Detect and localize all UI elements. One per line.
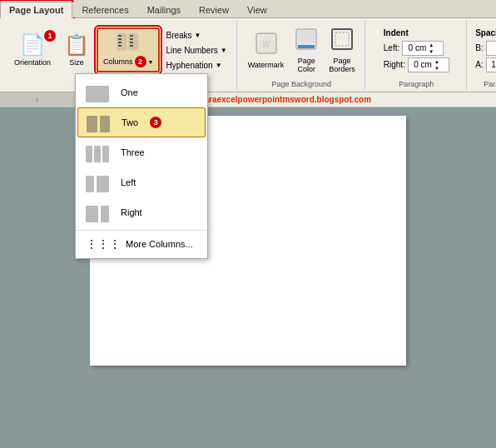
menu-item-two-label: Two	[122, 117, 138, 127]
line-numbers-button[interactable]: Line Numbers ▼	[161, 43, 231, 57]
svg-rect-3	[118, 38, 122, 40]
svg-rect-14	[298, 45, 315, 48]
menu-item-three[interactable]: Three	[76, 137, 207, 167]
orientation-label: Orientation	[14, 58, 51, 67]
paragraph-items: Indent Left: ▲ ▼ Right:	[384, 22, 449, 78]
spacing-heading: Spaci...	[475, 28, 496, 37]
size-button[interactable]: 📋 Size	[58, 29, 95, 71]
menu-item-left[interactable]: Left	[76, 167, 207, 197]
page-borders-label: PageBorders	[329, 57, 355, 73]
indent-group: Indent Left: ▲ ▼ Right:	[384, 28, 449, 72]
orientation-button[interactable]: 1 📄 Orientation	[8, 29, 57, 71]
indent-left-up[interactable]: ▲	[428, 42, 434, 48]
watermark-button[interactable]: W Watermark	[244, 28, 289, 72]
page-color-button[interactable]: PageColor	[290, 24, 323, 76]
menu-item-right-label: Right	[121, 207, 142, 217]
menu-item-one[interactable]: One	[76, 77, 207, 107]
indent-heading: Indent	[384, 28, 449, 37]
svg-text:W: W	[262, 40, 271, 49]
menu-item-one-label: One	[121, 87, 138, 97]
svg-rect-9	[130, 45, 133, 47]
page-background-items: W Watermark PageColor	[244, 22, 360, 78]
more-columns-label: More Columns...	[126, 239, 193, 249]
indent-left-down[interactable]: ▼	[428, 48, 434, 55]
menu-item-right[interactable]: Right	[76, 197, 207, 227]
one-column-icon	[86, 82, 112, 102]
hyphenation-button[interactable]: Hyphenation ▼	[161, 58, 231, 72]
spacing-before-label: B:	[475, 43, 483, 52]
columns-button[interactable]: Columns 2 ▼	[97, 27, 160, 72]
svg-rect-16	[335, 32, 349, 46]
hyphenation-arrow: ▼	[216, 62, 222, 69]
tab-bar: Page Layout References Mailings Review V…	[0, 0, 496, 18]
indent-right-up[interactable]: ▲	[434, 58, 440, 65]
more-columns-button[interactable]: ⋮⋮⋮ More Columns...	[76, 233, 207, 255]
columns-icon	[117, 32, 140, 54]
breaks-label: Breaks	[166, 31, 191, 40]
two-column-icon	[87, 112, 113, 132]
svg-rect-13	[298, 31, 315, 42]
indent-left-arrows[interactable]: ▲ ▼	[428, 42, 434, 55]
line-numbers-label: Line Numbers	[166, 46, 217, 55]
spacing-after-spin[interactable]: ▲ ▼	[486, 57, 496, 72]
ruler-left: · 1 ·	[0, 92, 75, 107]
svg-rect-8	[130, 42, 133, 43]
ribbon-group-paragraph: Indent Left: ▲ ▼ Right:	[367, 20, 467, 90]
indent-left-row: Left: ▲ ▼	[384, 41, 449, 56]
indent-right-input[interactable]	[409, 59, 434, 70]
indent-left-label: Left:	[384, 43, 399, 52]
ribbon-group-spacing: Spaci... B: ▲ ▼ A:	[469, 20, 496, 90]
svg-rect-7	[130, 38, 133, 40]
svg-rect-4	[118, 42, 122, 43]
tab-view[interactable]: View	[238, 2, 276, 17]
indent-left-input[interactable]	[403, 42, 428, 53]
spacing-group: Spaci... B: ▲ ▼ A:	[475, 28, 496, 72]
menu-item-three-label: Three	[121, 147, 145, 157]
right-column-icon	[86, 202, 112, 222]
page-borders-icon	[330, 27, 355, 57]
ribbon-group-page-background: W Watermark PageColor	[239, 20, 365, 90]
page-color-icon	[294, 27, 319, 57]
tab-review[interactable]: Review	[190, 2, 238, 17]
spacing-after-label: A:	[475, 60, 483, 69]
spacing-before-spin[interactable]: ▲ ▼	[486, 41, 496, 56]
tab-references[interactable]: References	[72, 2, 137, 17]
watermark-icon: W	[254, 31, 279, 61]
page-background-label: Page Background	[271, 78, 331, 88]
page-setup-items: 1 📄 Orientation 📋 Size	[8, 22, 231, 78]
size-label: Size	[69, 58, 84, 67]
orientation-icon: 📄	[20, 33, 45, 57]
svg-rect-5	[118, 45, 122, 47]
watermark-label: Watermark	[248, 61, 285, 69]
indent-right-row: Right: ▲ ▼	[384, 57, 449, 72]
breaks-arrow: ▼	[195, 32, 201, 39]
columns-label: Columns 2 ▼	[103, 56, 153, 67]
breaks-button[interactable]: Breaks ▼	[161, 28, 231, 42]
hyphenation-label: Hyphenation	[166, 61, 212, 70]
left-column-icon	[86, 172, 112, 192]
indent-right-label: Right:	[384, 60, 405, 69]
page-borders-button[interactable]: PageBorders	[325, 24, 360, 76]
spacing-after-row: A: ▲ ▼	[475, 57, 496, 72]
indent-left-spin[interactable]: ▲ ▼	[402, 41, 444, 56]
size-icon: 📋	[64, 33, 89, 57]
three-column-icon	[86, 142, 112, 162]
tab-page-layout[interactable]: Page Layout	[0, 2, 72, 18]
svg-rect-2	[118, 35, 122, 37]
page-color-label: PageColor	[298, 57, 316, 73]
indent-right-down[interactable]: ▼	[434, 65, 440, 72]
more-columns-icon: ⋮⋮⋮	[86, 237, 121, 251]
line-numbers-arrow: ▼	[221, 47, 227, 54]
menu-item-two[interactable]: Two 3	[77, 107, 206, 137]
indent-right-arrows[interactable]: ▲ ▼	[434, 58, 440, 72]
badge-2: 2	[135, 56, 146, 67]
tab-mailings[interactable]: Mailings	[138, 2, 190, 17]
spacing-after-input[interactable]	[487, 59, 496, 70]
badge-3: 3	[150, 117, 161, 128]
spacing-label: Paragraph	[484, 78, 496, 88]
paragraph-label: Paragraph	[399, 78, 434, 88]
spacing-before-input[interactable]	[487, 42, 496, 53]
indent-right-spin[interactable]: ▲ ▼	[408, 57, 449, 72]
menu-item-left-label: Left	[121, 177, 136, 187]
spacing-before-row: B: ▲ ▼	[475, 41, 496, 56]
